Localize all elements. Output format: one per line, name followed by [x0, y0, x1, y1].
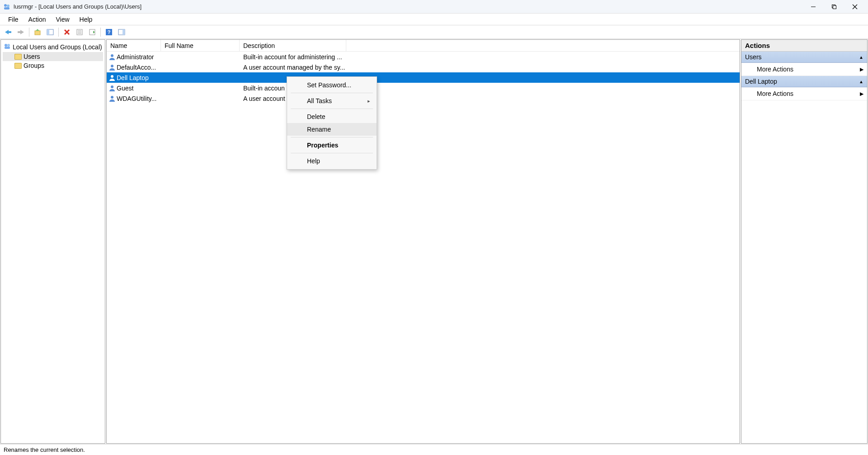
- toolbar-separator: [100, 28, 101, 37]
- show-hide-tree-button[interactable]: [45, 27, 56, 38]
- column-name[interactable]: Name: [107, 40, 161, 51]
- context-separator: [291, 153, 373, 153]
- user-icon: [108, 64, 116, 71]
- submenu-arrow-icon: ▶: [860, 66, 863, 72]
- main-area: Local Users and Groups (Local) Users Gro…: [0, 39, 868, 444]
- list-row[interactable]: GuestBuilt-in accoun: [107, 83, 740, 93]
- svg-rect-28: [5, 47, 10, 49]
- svg-point-0: [4, 4, 7, 7]
- cell-description: Built-in account for administering ...: [240, 53, 346, 61]
- context-separator: [291, 109, 373, 109]
- cell-description: A user account managed by the sy...: [240, 64, 346, 71]
- tree-item-groups[interactable]: Groups: [3, 61, 103, 70]
- folder-icon: [14, 54, 22, 60]
- menu-view[interactable]: View: [51, 14, 74, 24]
- svg-point-32: [111, 85, 113, 88]
- context-item-label: All Tasks: [307, 97, 332, 104]
- properties-button[interactable]: [74, 27, 85, 38]
- actions-link-label: More Actions: [757, 90, 793, 97]
- context-item-label: Rename: [307, 126, 331, 133]
- svg-point-30: [111, 65, 113, 67]
- svg-point-31: [111, 75, 113, 78]
- actions-section-label: Dell Laptop: [745, 78, 777, 85]
- context-item-label: Set Password...: [307, 81, 351, 89]
- status-text: Renames the current selection.: [4, 446, 85, 453]
- actions-more-users[interactable]: More Actions ▶: [741, 63, 867, 76]
- delete-button[interactable]: [61, 27, 72, 38]
- refresh-button[interactable]: [87, 27, 98, 38]
- forward-button[interactable]: [15, 27, 26, 38]
- list-pane: Name Full Name Description Administrator…: [106, 39, 740, 444]
- tree-root[interactable]: Local Users and Groups (Local): [3, 42, 103, 52]
- list-body: AdministratorBuilt-in account for admini…: [107, 52, 740, 104]
- actions-section-selected[interactable]: Dell Laptop ▲: [741, 76, 867, 87]
- column-fullname[interactable]: Full Name: [161, 40, 240, 51]
- titlebar: lusrmgr - [Local Users and Groups (Local…: [0, 0, 868, 14]
- collapse-icon: ▲: [859, 55, 863, 60]
- context-item-label: Properties: [307, 142, 338, 149]
- tree-pane[interactable]: Local Users and Groups (Local) Users Gro…: [0, 39, 105, 444]
- user-icon: [108, 95, 116, 102]
- svg-rect-25: [123, 29, 125, 35]
- context-menu: Set Password...All Tasks▸DeleteRenamePro…: [287, 76, 377, 170]
- folder-icon: [14, 63, 22, 69]
- group-icon: [4, 43, 11, 51]
- close-button[interactable]: [844, 0, 865, 14]
- window-title: lusrmgr - [Local Users and Groups (Local…: [14, 3, 142, 10]
- context-item-label: Help: [307, 157, 320, 165]
- svg-point-27: [7, 44, 10, 47]
- context-item[interactable]: All Tasks▸: [287, 95, 377, 107]
- maximize-button[interactable]: [824, 0, 844, 14]
- tree-item-users[interactable]: Users: [3, 52, 103, 61]
- svg-rect-10: [35, 31, 40, 35]
- back-button[interactable]: [3, 27, 14, 38]
- actions-section-users[interactable]: Users ▲: [741, 52, 867, 63]
- help-button[interactable]: ?: [104, 27, 114, 38]
- context-separator: [291, 93, 373, 93]
- window-controls: [803, 0, 865, 14]
- user-icon: [108, 53, 116, 61]
- statusbar: Renames the current selection.: [0, 444, 868, 455]
- actions-header: Actions: [741, 40, 867, 52]
- context-item-label: Delete: [307, 113, 325, 120]
- svg-rect-5: [833, 5, 836, 9]
- collapse-icon: ▲: [859, 79, 863, 84]
- user-icon: [108, 74, 116, 81]
- list-row[interactable]: DefaultAcco...A user account managed by …: [107, 62, 740, 72]
- context-separator: [291, 137, 373, 137]
- up-button[interactable]: [32, 27, 43, 38]
- context-item[interactable]: Help: [287, 155, 377, 167]
- tree-root-label: Local Users and Groups (Local): [13, 43, 102, 51]
- context-item[interactable]: Rename: [287, 123, 377, 136]
- context-item[interactable]: Set Password...: [287, 79, 377, 91]
- user-icon: [108, 85, 116, 92]
- svg-marker-8: [5, 30, 11, 34]
- svg-point-1: [7, 5, 9, 7]
- menu-file[interactable]: File: [4, 14, 23, 24]
- list-row[interactable]: AdministratorBuilt-in account for admini…: [107, 52, 740, 62]
- menu-help[interactable]: Help: [75, 14, 97, 24]
- minimize-button[interactable]: [803, 0, 824, 14]
- svg-marker-9: [18, 30, 24, 34]
- list-row[interactable]: WDAGUtility...A user account: [107, 93, 740, 104]
- cell-name: DefaultAcco...: [117, 64, 156, 71]
- svg-point-29: [111, 54, 113, 57]
- context-item[interactable]: Properties: [287, 139, 377, 152]
- menubar: File Action View Help: [0, 14, 868, 25]
- menu-action[interactable]: Action: [24, 14, 51, 24]
- svg-rect-2: [4, 7, 9, 9]
- context-item[interactable]: Delete: [287, 110, 377, 123]
- list-header: Name Full Name Description: [107, 40, 740, 52]
- submenu-arrow-icon: ▸: [368, 98, 370, 104]
- svg-text:?: ?: [108, 29, 111, 35]
- submenu-arrow-icon: ▶: [860, 91, 863, 97]
- show-hide-action-button[interactable]: [116, 27, 127, 38]
- svg-point-33: [111, 96, 113, 99]
- tree-item-label: Groups: [24, 62, 44, 69]
- cell-name: Administrator: [117, 53, 154, 61]
- list-row[interactable]: Dell Laptop: [107, 72, 740, 83]
- toolbar: ?: [0, 25, 868, 39]
- actions-more-selected[interactable]: More Actions ▶: [741, 87, 867, 100]
- actions-section-label: Users: [745, 53, 762, 61]
- column-description[interactable]: Description: [240, 40, 346, 51]
